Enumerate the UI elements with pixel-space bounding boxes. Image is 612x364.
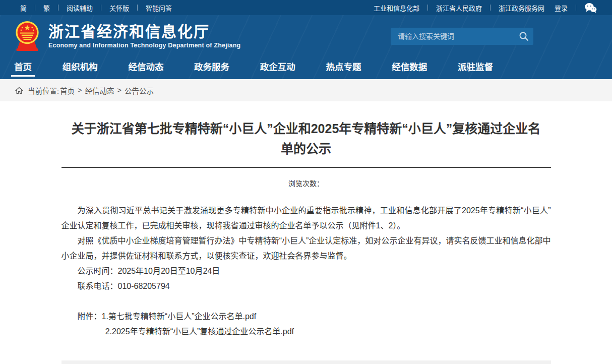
- link-care-version[interactable]: 关怀版: [104, 3, 134, 13]
- nav-item-label: 经信数据: [392, 60, 427, 73]
- nav-item-data[interactable]: 经信数据: [392, 57, 427, 79]
- separator: [101, 5, 101, 11]
- wechat-icon[interactable]: [579, 3, 597, 13]
- article-paragraph: 为深入贯彻习近平总书记关于激发涌现更多专精特新中小企业的重要指示批示精神，工业和…: [62, 203, 551, 233]
- utility-bar-left: 简 繁 阅读辅助 关怀版 智能问答: [15, 3, 177, 13]
- main-nav: 首页 组织机构 经信动态 政务服务 政企互动 热点专题 经信数据 派驻监督: [0, 57, 493, 79]
- separator: [35, 5, 35, 11]
- site-header: 浙江省经济和信息化厅 Economy and Information Techn…: [0, 15, 612, 79]
- separator: [427, 5, 428, 11]
- attachment-row: 2.2025年专精特新“小巨人”复核通过企业公示名单.pdf: [62, 324, 551, 339]
- breadcrumb: 当前位置:首页 > 经信动态 > 公告公示: [0, 79, 612, 101]
- nav-item-label: 热点专题: [326, 60, 361, 73]
- nav-item-interaction[interactable]: 政企互动: [260, 57, 295, 79]
- publicity-time: 公示时间：2025年10月20日至10月24日: [62, 264, 551, 279]
- page-title: 关于浙江省第七批专精特新“小巨人”企业和2025年专精特新“小巨人”复核通过企业…: [62, 118, 551, 159]
- separator: [576, 5, 576, 11]
- breadcrumb-prefix: 当前位置:: [28, 85, 59, 96]
- article-paragraph: 对照《优质中小企业梯度培育管理暂行办法》中专精特新“小巨人”企业认定标准，如对公…: [62, 233, 551, 264]
- nav-item-supervision[interactable]: 派驻监督: [458, 57, 493, 79]
- active-tab-underline: [11, 75, 35, 77]
- site-title: 浙江省经济和信息化厅: [48, 23, 240, 40]
- page-actions-bar: 打印本页 关闭窗口: [62, 360, 551, 364]
- link-simplified-chinese[interactable]: 简: [15, 3, 32, 13]
- nav-item-label: 政企互动: [260, 60, 295, 73]
- nav-item-label: 政务服务: [194, 60, 229, 73]
- attachments-label: 附件：: [78, 312, 102, 321]
- nav-item-label: 派驻监督: [458, 60, 493, 73]
- attachments-section: 附件：1.第七批专精特新“小巨人”企业公示名单.pdf 2.2025年专精特新“…: [62, 309, 551, 339]
- link-miit[interactable]: 工业和信息化部: [369, 3, 424, 13]
- attachment-link-2[interactable]: 2.2025年专精特新“小巨人”复核通过企业公示名单.pdf: [105, 327, 294, 336]
- search-icon[interactable]: [514, 28, 533, 45]
- nav-item-label: 首页: [14, 60, 32, 73]
- nav-item-label: 经信动态: [128, 60, 163, 73]
- attachment-link-1[interactable]: 1.第七批专精特新“小巨人”企业公示名单.pdf: [102, 312, 257, 321]
- view-count-label: 浏览次数：: [62, 168, 551, 203]
- site-subtitle: Economy and Information Technology Depar…: [48, 42, 240, 49]
- login-link[interactable]: 登录: [549, 3, 573, 13]
- breadcrumb-home[interactable]: 首页: [59, 85, 76, 96]
- separator: [490, 5, 491, 11]
- breadcrumb-separator: >: [76, 86, 84, 94]
- contact-phone: 联系电话：010-68205794: [62, 279, 551, 294]
- breadcrumb-news[interactable]: 经信动态: [84, 85, 115, 96]
- search-input[interactable]: [391, 32, 514, 40]
- nav-item-news[interactable]: 经信动态: [128, 57, 163, 79]
- nav-item-label: 组织机构: [63, 60, 98, 73]
- link-traditional-chinese[interactable]: 繁: [38, 3, 55, 13]
- nav-item-home[interactable]: 首页: [14, 57, 32, 79]
- utility-bar-right: 工业和信息化部 浙江省人民政府 浙江政务服务网 登录: [369, 3, 597, 13]
- link-smart-qa[interactable]: 智能问答: [141, 3, 177, 13]
- site-brand[interactable]: 浙江省经济和信息化厅 Economy and Information Techn…: [13, 21, 240, 52]
- search-box: [391, 28, 533, 45]
- separator: [58, 5, 58, 11]
- nav-item-hot-topics[interactable]: 热点专题: [326, 57, 361, 79]
- article-content: 关于浙江省第七批专精特新“小巨人”企业和2025年专精特新“小巨人”复核通过企业…: [62, 101, 551, 364]
- link-reading-aid[interactable]: 阅读辅助: [62, 3, 98, 13]
- attachment-row: 附件：1.第七批专精特新“小巨人”企业公示名单.pdf: [62, 309, 551, 324]
- national-emblem-logo: [13, 21, 41, 52]
- nav-item-gov-services[interactable]: 政务服务: [194, 57, 229, 79]
- link-zhejiang-gov[interactable]: 浙江省人民政府: [431, 3, 487, 13]
- home-icon: [15, 87, 23, 94]
- separator: [137, 5, 138, 11]
- utility-bar: 简 繁 阅读辅助 关怀版 智能问答 工业和信息化部 浙江省人民政府 浙江政务服务…: [0, 0, 612, 15]
- link-zhejiang-service-net[interactable]: 浙江政务服务网: [494, 3, 549, 13]
- nav-item-organization[interactable]: 组织机构: [63, 57, 98, 79]
- breadcrumb-separator: >: [115, 86, 124, 94]
- breadcrumb-announcements[interactable]: 公告公示: [124, 85, 155, 96]
